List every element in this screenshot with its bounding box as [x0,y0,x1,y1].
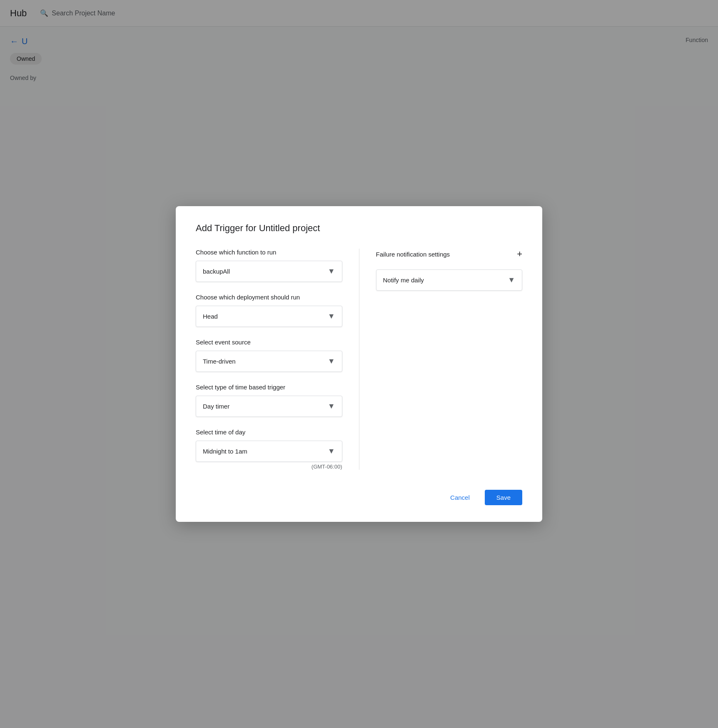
function-field-group: Choose which function to run backupAll ▼ [196,249,342,282]
notification-dropdown-icon: ▼ [508,276,515,284]
save-button[interactable]: Save [485,490,522,505]
trigger-type-dropdown-icon: ▼ [328,402,335,411]
time-of-day-select[interactable]: Midnight to 1am ▼ [196,441,342,462]
deployment-select[interactable]: Head ▼ [196,306,342,327]
notification-value: Notify me daily [383,277,424,284]
dialog-body: Choose which function to run backupAll ▼… [196,249,522,470]
timezone-hint: (GMT-06:00) [196,464,342,470]
function-dropdown-icon: ▼ [328,267,335,276]
trigger-type-select[interactable]: Day timer ▼ [196,396,342,417]
notification-header: Failure notification settings + [376,249,523,259]
time-of-day-label: Select time of day [196,429,342,436]
function-select[interactable]: backupAll ▼ [196,261,342,282]
event-source-select[interactable]: Time-driven ▼ [196,351,342,372]
notification-label: Failure notification settings [376,251,450,258]
time-of-day-dropdown-icon: ▼ [328,447,335,456]
deployment-field-group: Choose which deployment should run Head … [196,294,342,327]
modal-overlay: Add Trigger for Untitled project Choose … [0,0,718,728]
dialog-title: Add Trigger for Untitled project [196,223,522,234]
time-of-day-field-group: Select time of day Midnight to 1am ▼ (GM… [196,429,342,470]
time-of-day-value: Midnight to 1am [203,448,247,455]
cancel-button[interactable]: Cancel [442,490,478,505]
add-trigger-dialog: Add Trigger for Untitled project Choose … [176,206,542,522]
deployment-label: Choose which deployment should run [196,294,342,301]
add-notification-icon[interactable]: + [517,249,522,259]
dialog-footer: Cancel Save [196,486,522,505]
function-value: backupAll [203,268,230,275]
trigger-type-value: Day timer [203,403,229,410]
notification-select[interactable]: Notify me daily ▼ [376,269,523,291]
event-source-label: Select event source [196,339,342,346]
dialog-left-panel: Choose which function to run backupAll ▼… [196,249,359,470]
deployment-dropdown-icon: ▼ [328,312,335,321]
dialog-right-panel: Failure notification settings + Notify m… [359,249,523,470]
event-source-value: Time-driven [203,358,236,365]
deployment-value: Head [203,313,218,320]
event-source-dropdown-icon: ▼ [328,357,335,366]
function-label: Choose which function to run [196,249,342,256]
trigger-type-label: Select type of time based trigger [196,384,342,391]
event-source-field-group: Select event source Time-driven ▼ [196,339,342,372]
trigger-type-field-group: Select type of time based trigger Day ti… [196,384,342,417]
